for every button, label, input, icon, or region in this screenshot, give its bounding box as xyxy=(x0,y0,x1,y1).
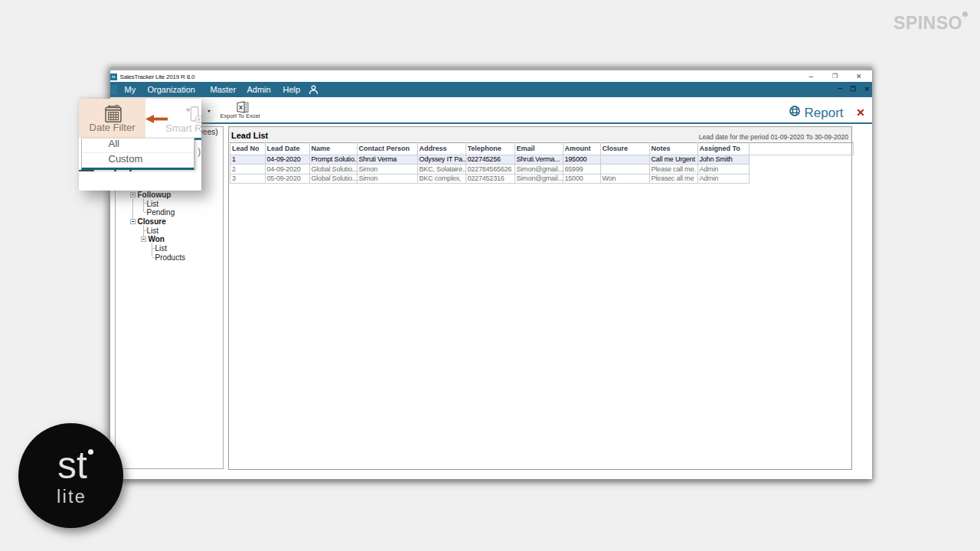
svg-text:x: x xyxy=(238,103,242,111)
